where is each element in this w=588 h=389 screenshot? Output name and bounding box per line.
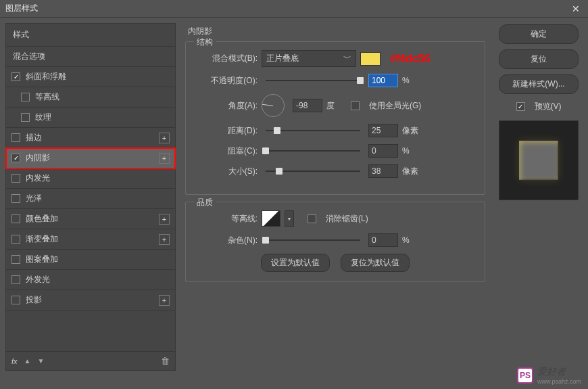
antialias-checkbox[interactable] [308,214,316,223]
style-checkbox[interactable] [21,93,30,101]
sidebar-item-1[interactable]: 等高线 [6,87,175,108]
sidebar-item-7[interactable]: 颜色叠加+ [6,209,175,229]
angle-label: 角度(A): [195,100,258,112]
style-checkbox[interactable] [11,296,20,304]
watermark-text: 爱好者 [537,366,581,378]
contour-label: 等高线: [195,213,258,225]
settings-content: 内阴影 结构 混合模式(B): 正片叠底 ﹀ #f4dc56 不透明度(O): … [181,23,489,371]
preview-swatch [519,141,558,180]
noise-input[interactable]: 0 [368,233,398,247]
blend-options[interactable]: 混合选项 [6,47,175,67]
sidebar-header: 样式 [6,24,175,47]
noise-unit: % [402,235,422,245]
antialias-label: 消除锯齿(L) [326,213,368,225]
style-checkbox[interactable] [11,255,20,264]
sidebar-item-6[interactable]: 光泽 [6,189,175,209]
fx-icon[interactable]: fx [11,357,18,365]
blend-mode-select[interactable]: 正片叠底 ﹀ [262,50,356,67]
watermark-badge: PS [517,367,533,384]
opacity-slider[interactable] [266,80,360,81]
style-label: 内阴影 [26,152,159,164]
arrow-up-icon[interactable]: ▲ [24,357,31,365]
style-label: 外发光 [26,274,170,285]
distance-label: 距离(D): [195,125,258,137]
chevron-down-icon: ﹀ [343,53,351,64]
right-column: 确定 复位 新建样式(W)... 预览(V) [495,23,583,371]
size-slider[interactable] [266,170,360,172]
angle-dial[interactable] [262,94,285,117]
choke-input[interactable]: 0 [368,144,398,158]
distance-input[interactable]: 25 [368,124,398,137]
new-style-button[interactable]: 新建样式(W)... [499,74,579,94]
sidebar-item-2[interactable]: 纹理 [6,108,175,128]
structure-group: 结构 混合模式(B): 正片叠底 ﹀ #f4dc56 不透明度(O): 100 … [185,41,485,195]
size-unit: 像素 [402,166,422,177]
close-icon[interactable]: ✕ [569,3,583,14]
sidebar-item-10[interactable]: 外发光 [6,270,175,290]
add-effect-icon[interactable]: + [159,234,170,245]
angle-unit: 度 [326,100,347,112]
distance-slider[interactable] [266,130,360,131]
watermark-sub: www.psahz.com [537,378,581,385]
style-checkbox[interactable] [11,214,20,223]
size-label: 大小(S): [195,166,258,177]
global-light-checkbox[interactable] [351,101,360,110]
noise-slider[interactable] [266,239,360,241]
style-checkbox[interactable] [11,72,20,81]
structure-title: 结构 [194,37,216,48]
angle-input[interactable]: -98 [293,99,322,112]
sidebar-item-3[interactable]: 描边+ [6,128,175,148]
style-checkbox[interactable] [21,113,30,122]
trash-icon[interactable]: 🗑 [161,356,170,366]
style-checkbox[interactable] [11,154,20,162]
blend-mode-value: 正片叠底 [266,53,299,64]
noise-label: 杂色(N): [195,235,258,246]
add-effect-icon[interactable]: + [159,295,170,306]
color-annotation: #f4dc56 [390,53,431,65]
style-checkbox[interactable] [11,133,20,142]
set-default-button[interactable]: 设置为默认值 [261,254,330,272]
style-label: 渐变叠加 [26,233,159,245]
cancel-button[interactable]: 复位 [499,49,579,69]
quality-group: 品质 等高线: ▾ 消除锯齿(L) 杂色(N): 0 % 设置为默认值 复位为默… [185,202,485,282]
contour-dropdown[interactable]: ▾ [285,210,294,227]
color-swatch[interactable] [360,52,381,66]
style-label: 纹理 [35,112,170,123]
sidebar-item-0[interactable]: 斜面和浮雕 [6,67,175,87]
style-label: 等高线 [35,91,170,103]
style-label: 投影 [26,294,159,306]
sidebar-item-8[interactable]: 渐变叠加+ [6,229,175,250]
contour-picker[interactable] [262,210,280,227]
ok-button[interactable]: 确定 [499,24,579,44]
add-effect-icon[interactable]: + [159,133,170,143]
opacity-input[interactable]: 100 [368,74,398,87]
preview-checkbox[interactable] [516,102,525,111]
style-label: 内发光 [26,173,170,184]
sidebar-item-11[interactable]: 投影+ [6,290,175,311]
size-input[interactable]: 38 [368,164,398,178]
opacity-unit: % [402,76,422,85]
sidebar-item-9[interactable]: 图案叠加 [6,250,175,270]
style-checkbox[interactable] [11,275,20,284]
style-label: 颜色叠加 [26,213,159,225]
add-effect-icon[interactable]: + [159,214,170,225]
reset-default-button[interactable]: 复位为默认值 [341,254,410,272]
style-checkbox[interactable] [11,235,20,244]
choke-unit: % [402,146,422,156]
style-label: 描边 [26,132,159,143]
opacity-label: 不透明度(O): [195,75,258,87]
styles-sidebar: 样式 混合选项 斜面和浮雕等高线纹理描边+内阴影+内发光光泽颜色叠加+渐变叠加+… [5,23,176,371]
sidebar-item-5[interactable]: 内发光 [6,168,175,189]
preview-label: 预览(V) [535,101,562,112]
preview-box [499,120,579,200]
panel-title: 内阴影 [185,26,485,37]
choke-label: 阻塞(C): [195,145,258,157]
style-checkbox[interactable] [11,194,20,203]
blend-mode-label: 混合模式(B): [195,53,258,64]
distance-unit: 像素 [402,125,422,137]
choke-slider[interactable] [266,150,360,152]
style-checkbox[interactable] [11,174,20,183]
sidebar-item-4[interactable]: 内阴影+ [6,148,175,168]
arrow-down-icon[interactable]: ▼ [37,357,44,365]
add-effect-icon[interactable]: + [159,153,170,164]
